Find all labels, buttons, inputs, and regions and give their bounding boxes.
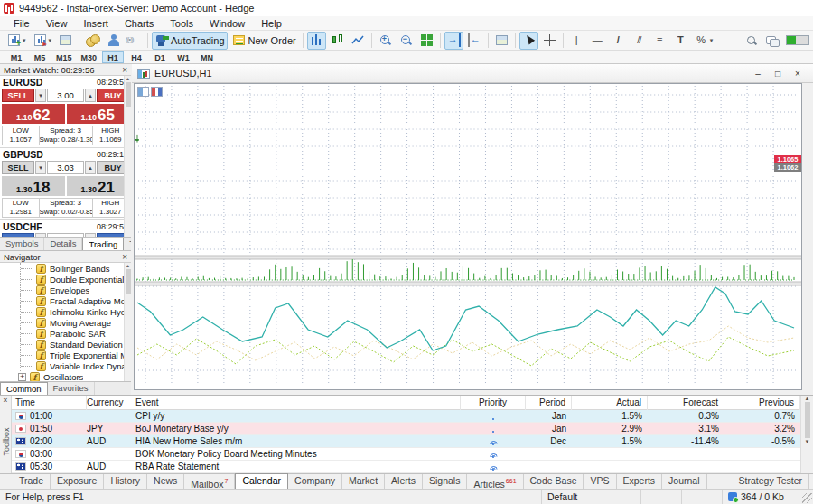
navigator-item[interactable]: f Double Exponential	[0, 274, 131, 285]
chevron-down-icon[interactable]: ▾	[23, 37, 26, 44]
data-folder-button[interactable]	[56, 32, 75, 50]
zoom-in-button[interactable]: +	[376, 32, 395, 50]
timeframe-button[interactable]: H4	[126, 51, 147, 63]
toolbox-tab[interactable]: Exposure	[51, 474, 104, 489]
toolbox-tab[interactable]: Signals	[423, 474, 467, 489]
new-order-button[interactable]: New Order	[229, 32, 299, 50]
navigator-item[interactable]: f Variable Index Dyna	[0, 360, 131, 371]
timeframe-button[interactable]: M30	[78, 51, 101, 63]
column-period[interactable]: Period	[526, 396, 572, 410]
toolbox-tab[interactable]: History	[104, 474, 147, 489]
line-chart-button[interactable]	[349, 32, 368, 50]
column-currency[interactable]: Currency	[87, 396, 136, 410]
navigator-item[interactable]: f Ichimoku Kinko Hyo	[0, 306, 131, 317]
panel-tab[interactable]: Trading	[82, 238, 124, 250]
autotrading-button[interactable]: AutoTrading	[152, 32, 228, 50]
chart-title-bar[interactable]: EURUSD,H1 – □ ×	[132, 64, 813, 83]
close-icon[interactable]: ×	[122, 252, 127, 262]
column-time[interactable]: Time	[12, 396, 87, 410]
title-bar[interactable]: 9449562 - InstaForex-Server: Demo Accoun…	[0, 0, 813, 16]
panel-tab[interactable]: Details	[44, 238, 82, 250]
toolbox-tab[interactable]: Code Base	[524, 474, 584, 489]
text-tool-button[interactable]	[671, 32, 690, 50]
navigator-item[interactable]: f Fractal Adaptive Mo	[0, 295, 131, 306]
column-priority[interactable]: Priority	[461, 396, 526, 410]
sell-button[interactable]: SELL	[2, 161, 34, 174]
chevron-down-icon[interactable]: ▾	[710, 37, 714, 44]
menu-item[interactable]: Insert	[75, 16, 117, 31]
auto-scroll-button[interactable]	[444, 32, 463, 50]
candlestick-chart-button[interactable]	[328, 32, 347, 50]
calendar-row[interactable]: 03:00 BOK Monetary Policy Board Meeting …	[12, 448, 800, 461]
trendline-button[interactable]	[609, 32, 628, 50]
scroll-up-icon[interactable]: ▲	[126, 76, 130, 81]
toolbox-tab[interactable]: Journal	[662, 474, 706, 489]
panel-tab[interactable]: Common	[0, 382, 48, 395]
navigator-item[interactable]: f Bollinger Bands	[0, 263, 131, 274]
toolbox-tab[interactable]: Calendar	[235, 473, 288, 489]
calendar-scrollbar[interactable]: ▲ ▼	[800, 396, 813, 474]
one-click-panel-icon[interactable]	[137, 87, 149, 97]
channel-button[interactable]	[630, 32, 649, 50]
chart-area[interactable]: 1.1065 1.1062	[134, 83, 802, 390]
column-actual[interactable]: Actual	[572, 396, 648, 410]
navigator-header[interactable]: Navigator ×	[0, 251, 131, 263]
expand-icon[interactable]	[18, 373, 26, 381]
volume-input[interactable]: 3.00	[47, 89, 84, 102]
scrollbar-thumb[interactable]	[805, 402, 810, 438]
profiles-button[interactable]: ▸▾	[31, 32, 55, 50]
chart-shift-button[interactable]	[465, 32, 484, 50]
buy-price[interactable]: 1.1065	[67, 104, 130, 124]
sell-price[interactable]: 1.3018	[2, 176, 65, 196]
column-previous[interactable]: Previous	[724, 396, 800, 410]
zoom-out-button[interactable]: −	[397, 32, 416, 50]
volume-decrement[interactable]: ▾	[35, 161, 46, 174]
volume-decrement[interactable]: ▾	[35, 89, 46, 102]
navigator-item[interactable]: f Standard Deviation	[0, 339, 131, 350]
timeframe-button[interactable]: M1	[5, 51, 27, 63]
close-icon[interactable]: ×	[122, 65, 127, 75]
navigator-item[interactable]: f Envelopes	[0, 285, 131, 295]
navigator-scrollbar[interactable]: ▲	[124, 263, 131, 382]
market-watch-symbol[interactable]: USDCHF 08:29:53 SELL ▾ 3.00 ▴ BUY LOW HI…	[0, 220, 131, 237]
market-watch-symbol[interactable]: EURUSD 08:29:56 SELL ▾ 3.00 ▴ BUY 1.1062…	[0, 76, 131, 148]
scroll-down-icon[interactable]: ▼	[805, 439, 810, 444]
chevron-down-icon[interactable]: ▾	[49, 37, 52, 44]
timeframe-button[interactable]: H1	[102, 51, 124, 63]
scrollbar-thumb[interactable]	[126, 82, 131, 107]
close-icon[interactable]: ×	[0, 396, 11, 406]
timeframe-button[interactable]: M5	[29, 51, 51, 63]
fibonacci-button[interactable]	[650, 32, 669, 50]
calendar-row[interactable]: 01:00 CPI y/y Jan 1.5% 0.3% 0.7%	[12, 410, 800, 423]
vertical-line-button[interactable]	[567, 32, 586, 50]
chart-minimize-button[interactable]: –	[748, 69, 768, 79]
toolbox-tab[interactable]: Alerts	[385, 474, 423, 489]
timeframe-button[interactable]: MN	[196, 51, 218, 63]
account-button[interactable]	[104, 32, 123, 50]
toolbox-tab[interactable]: VPS	[584, 474, 616, 489]
crosshair-button[interactable]	[540, 32, 559, 50]
toolbox-tab[interactable]: Trade	[13, 474, 51, 489]
toolbox-tab[interactable]: Market	[342, 474, 385, 489]
price-chart[interactable]	[135, 84, 801, 389]
resize-grip[interactable]	[802, 493, 812, 503]
new-chart-button[interactable]: +▾	[5, 32, 29, 50]
timeframe-button[interactable]: D1	[149, 51, 171, 63]
chart-close-button[interactable]: ×	[788, 69, 808, 79]
calendar-row[interactable]: 05:30 AUD RBA Rate Statement	[12, 461, 800, 473]
menu-item[interactable]: Charts	[117, 16, 162, 31]
objects-button[interactable]: ▾	[692, 32, 716, 50]
panel-tab[interactable]: Favorites	[48, 382, 95, 395]
tile-windows-button[interactable]	[417, 32, 436, 50]
timeframe-button[interactable]: M15	[52, 51, 76, 63]
chart-maximize-button[interactable]: □	[768, 69, 788, 79]
navigator-item[interactable]: f Moving Average	[0, 317, 131, 328]
volume-increment[interactable]: ▴	[85, 89, 96, 102]
bar-chart-button[interactable]	[307, 32, 326, 50]
new-window-button[interactable]	[492, 32, 511, 50]
panel-tab[interactable]: Symbols	[0, 238, 44, 250]
chat-button[interactable]	[762, 32, 781, 50]
sell-price[interactable]: 1.1062	[2, 104, 65, 124]
market-watch-scrollbar[interactable]: ▲	[124, 76, 131, 237]
volume-increment[interactable]: ▴	[85, 161, 96, 174]
